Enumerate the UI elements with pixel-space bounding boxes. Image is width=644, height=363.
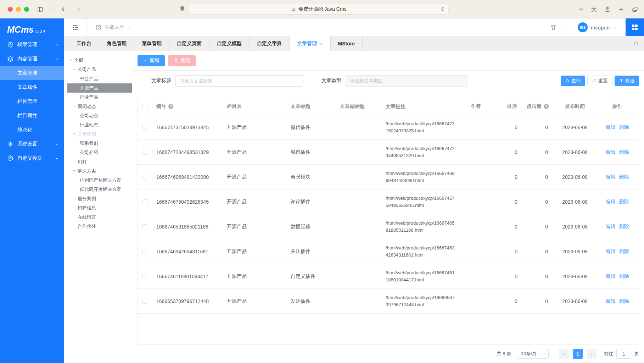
row-checkbox[interactable]: [142, 199, 147, 204]
tree-expand-icon[interactable]: [73, 69, 76, 72]
tree-expand-icon[interactable]: [73, 106, 76, 109]
tree-expand-icon[interactable]: [73, 170, 76, 173]
privacy-shield-icon[interactable]: [179, 5, 185, 12]
delete-link[interactable]: 删除: [619, 248, 629, 254]
text-smaller-button[interactable]: 小: [579, 6, 583, 12]
tree-node[interactable]: 开源产品: [67, 83, 132, 93]
sidebar-item-permission[interactable]: 权限管理: [0, 38, 64, 52]
edit-link[interactable]: 编辑: [606, 273, 616, 279]
share-icon[interactable]: [604, 6, 611, 13]
tab-workbench[interactable]: 工作台: [69, 36, 99, 51]
tree-node[interactable]: 低代码开发解决方案: [64, 185, 132, 194]
sidebar-subitem-static-generation[interactable]: 静态化: [0, 123, 64, 137]
tree-node[interactable]: 新闻动态: [64, 102, 132, 111]
delete-link[interactable]: 删除: [619, 273, 629, 279]
reset-button[interactable]: 重置: [587, 76, 612, 86]
prev-page-button[interactable]: [559, 349, 569, 359]
tab-menu-management[interactable]: 菜单管理: [134, 36, 169, 51]
tree-node[interactable]: 在线留言: [64, 213, 132, 222]
delete-link[interactable]: 删除: [619, 298, 629, 304]
goto-page-input[interactable]: [616, 349, 631, 359]
tab-custom-dict[interactable]: 自定义字典: [250, 36, 290, 51]
chevron-down-icon[interactable]: [49, 7, 52, 11]
tree-expand-icon[interactable]: [73, 133, 76, 136]
delete-link[interactable]: 删除: [619, 199, 629, 204]
page-size-select[interactable]: 10条/页: [517, 349, 549, 359]
tree-expand-icon[interactable]: [69, 60, 72, 62]
tree-node[interactable]: 行业动态: [64, 120, 132, 130]
row-checkbox[interactable]: [142, 125, 147, 130]
select-all-checkbox[interactable]: [142, 104, 147, 109]
tab-mstore[interactable]: MStore: [331, 36, 363, 51]
app-logo[interactable]: MCms v5.3.4: [0, 18, 64, 38]
page-number-button[interactable]: 1: [573, 349, 583, 359]
add-button[interactable]: 新增: [138, 55, 165, 66]
edit-link[interactable]: 编辑: [606, 149, 616, 155]
tree-node[interactable]: 解决方案: [64, 166, 132, 176]
new-tab-icon[interactable]: [618, 6, 624, 12]
row-checkbox[interactable]: [142, 299, 147, 304]
delete-link[interactable]: 删除: [619, 149, 629, 155]
back-icon[interactable]: [60, 6, 67, 12]
feature-menu[interactable]: 功能大全: [87, 24, 131, 31]
forward-icon[interactable]: [75, 6, 82, 12]
browser-sidebar-icon[interactable]: [37, 6, 44, 13]
sidebar-subitem-article-attributes[interactable]: 文章属性: [0, 80, 64, 94]
edit-link[interactable]: 编辑: [606, 224, 616, 229]
tab-role-management[interactable]: 角色管理: [99, 36, 134, 51]
tree-node[interactable]: 平台产品: [64, 74, 132, 83]
edit-link[interactable]: 编辑: [606, 298, 616, 304]
help-icon[interactable]: ?: [168, 104, 173, 109]
tab-refresh-icon[interactable]: [628, 36, 644, 51]
help-icon[interactable]: ?: [544, 104, 549, 109]
tree-node[interactable]: 公司动态: [64, 111, 132, 120]
row-checkbox[interactable]: [142, 175, 147, 180]
tree-node[interactable]: 服务案例: [64, 194, 132, 203]
row-checkbox[interactable]: [142, 224, 147, 229]
row-checkbox[interactable]: [142, 150, 147, 155]
delete-link[interactable]: 删除: [619, 224, 629, 229]
tree-node[interactable]: 合作伙伴: [64, 222, 132, 231]
sidebar-item-system-settings[interactable]: 系统设置: [0, 137, 64, 151]
sidebar-subitem-column-attributes[interactable]: 栏目属性: [0, 109, 64, 123]
article-type-select[interactable]: 请选择文章类型: [346, 75, 467, 87]
edit-link[interactable]: 编辑: [606, 124, 616, 130]
tree-node[interactable]: 公司介绍: [64, 148, 132, 157]
tab-custom-page[interactable]: 自定义页面: [169, 36, 209, 51]
edit-link[interactable]: 编辑: [606, 199, 616, 204]
tree-node[interactable]: 关于我们: [64, 130, 132, 139]
text-larger-button[interactable]: 大: [591, 5, 597, 13]
tree-node[interactable]: 信创国产化解决方案: [64, 176, 132, 185]
delete-link[interactable]: 删除: [619, 124, 629, 130]
row-checkbox[interactable]: [142, 274, 147, 279]
tree-node[interactable]: 联系我们: [64, 139, 132, 148]
user-menu[interactable]: ms msopen: [578, 22, 616, 32]
delete-button[interactable]: 删除: [168, 55, 196, 66]
tree-node[interactable]: 行业产品: [64, 93, 132, 102]
delete-link[interactable]: 删除: [619, 174, 629, 180]
theme-switcher[interactable]: [550, 24, 563, 31]
sidebar-item-content[interactable]: 内容管理: [0, 52, 64, 66]
tab-custom-model[interactable]: 自定义模型: [209, 36, 250, 51]
sidebar-collapse-icon[interactable]: [64, 18, 87, 36]
next-page-button[interactable]: [587, 349, 597, 359]
row-checkbox[interactable]: [142, 249, 147, 254]
tabs-overview-icon[interactable]: [632, 6, 638, 13]
tree-node[interactable]: 全部: [64, 56, 132, 65]
minimize-window-button[interactable]: [16, 7, 21, 12]
tab-close-icon[interactable]: [320, 41, 323, 46]
tree-node[interactable]: 公司产品: [64, 65, 132, 74]
close-window-button[interactable]: [8, 7, 13, 12]
edit-link[interactable]: 编辑: [606, 248, 616, 254]
tree-node[interactable]: 幻灯: [64, 157, 132, 166]
sidebar-item-custom-module[interactable]: 自定义模块: [0, 151, 64, 165]
maximize-window-button[interactable]: [24, 7, 29, 12]
apps-grid-button[interactable]: [626, 18, 644, 36]
address-bar[interactable]: 免费开源的 Java Cms: [189, 4, 449, 15]
edit-link[interactable]: 编辑: [606, 174, 616, 180]
tree-node[interactable]: 招聘信息: [64, 203, 132, 213]
sidebar-subitem-column-management[interactable]: 栏目管理: [0, 94, 64, 109]
article-title-input[interactable]: [175, 75, 303, 87]
tab-article-management[interactable]: 文章管理: [290, 36, 331, 51]
filter-button[interactable]: 筛选: [615, 76, 639, 86]
